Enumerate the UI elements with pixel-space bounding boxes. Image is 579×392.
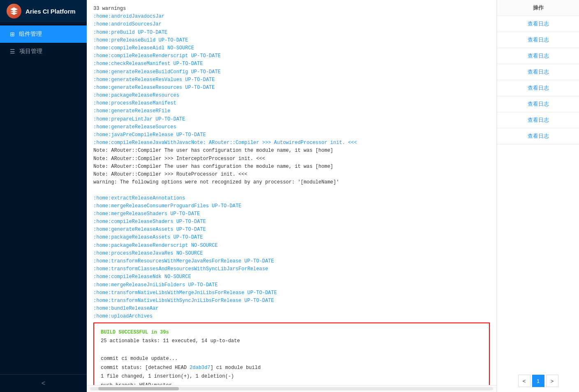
log-line: :home:preReleaseBuild UP-TO-DATE bbox=[93, 37, 490, 44]
log-line: :home:androidJavadocsJar bbox=[93, 13, 490, 21]
sidebar-nav: ⊞ 组件管理 ☰ 项目管理 bbox=[0, 22, 87, 374]
log-line: :home:generateReleaseRFile bbox=[93, 107, 490, 115]
log-line: Note: ARouter::Compiler The user has con… bbox=[93, 147, 490, 155]
pagination: < 1 > bbox=[497, 370, 579, 392]
log-line: warning: The following options were not … bbox=[93, 179, 490, 186]
log-line: :home:generateReleaseResValues UP-TO-DAT… bbox=[93, 76, 490, 84]
sidebar-collapse-button[interactable]: < bbox=[0, 374, 87, 392]
sidebar-item-component-mgmt[interactable]: ⊞ 组件管理 bbox=[0, 26, 87, 43]
log-line: :home:generateReleaseAssets UP-TO-DATE bbox=[93, 226, 490, 234]
action-item-2[interactable]: 查看日志 bbox=[497, 32, 579, 48]
build-success-line3 bbox=[101, 346, 482, 355]
build-success-text: BUILD SUCCESSFUL in 39s bbox=[101, 329, 169, 335]
sidebar-header: Aries CI Platform bbox=[0, 0, 87, 22]
action-column-header: 操作 bbox=[497, 0, 579, 16]
sidebar: Aries CI Platform ⊞ 组件管理 ☰ 项目管理 < bbox=[0, 0, 87, 392]
log-line: :home:generateReleaseBuildConfig UP-TO-D… bbox=[93, 68, 490, 76]
log-line: :home:extractReleaseAnnotations bbox=[93, 195, 490, 202]
log-line: :home:prepareLintJar UP-TO-DATE bbox=[93, 116, 490, 123]
console-output[interactable]: 33 warnings :home:androidJavadocsJar :ho… bbox=[87, 0, 496, 385]
log-line: :home:compileReleaseRenderscript UP-TO-D… bbox=[93, 52, 490, 60]
sidebar-item-label-project: 项目管理 bbox=[19, 48, 42, 55]
build-success-line1: BUILD SUCCESSFUL in 39s bbox=[101, 328, 482, 337]
build-success-line6: 1 file changed, 1 insertion(+), 1 deleti… bbox=[101, 372, 482, 381]
log-line: :home:androidSourcesJar bbox=[93, 21, 490, 28]
log-line: :home:mergeReleaseConsumerProguardFiles … bbox=[93, 202, 490, 210]
log-line: :home:javaPreCompileRelease UP-TO-DATE bbox=[93, 131, 490, 139]
horizontal-scrollbar-area bbox=[87, 385, 496, 392]
log-line: :home:mergeReleaseJniLibFolders UP-TO-DA… bbox=[93, 281, 490, 289]
action-item-5[interactable]: 查看日志 bbox=[497, 80, 579, 96]
log-line: :home:compileReleaseShaders UP-TO-DATE bbox=[93, 218, 490, 226]
component-icon: ⊞ bbox=[10, 31, 15, 37]
log-line: :home:generateReleaseResources UP-TO-DAT… bbox=[93, 84, 490, 92]
log-line: :home:packageReleaseRenderscript NO-SOUR… bbox=[93, 242, 490, 250]
app-logo bbox=[7, 4, 21, 19]
log-line: :home:uploadArchives bbox=[93, 313, 490, 320]
build-success-line7: push branch: HEAD:master bbox=[101, 381, 482, 385]
log-line bbox=[93, 186, 490, 194]
log-line: Note: ARouter::Compiler >>> InterceptorP… bbox=[93, 155, 490, 163]
action-item-6[interactable]: 查看日志 bbox=[497, 96, 579, 112]
log-line: Note: ARouter::Compiler >>> RouteProcess… bbox=[93, 171, 490, 179]
log-line: :home:transformClassesAndResourcesWithSy… bbox=[93, 265, 490, 273]
log-line: Note: ARouter::Compiler The user has con… bbox=[93, 163, 490, 171]
right-column: 操作 查看日志 查看日志 查看日志 查看日志 查看日志 查看日志 查看日志 查看… bbox=[497, 0, 579, 392]
log-line: :home:packageReleaseResources bbox=[93, 92, 490, 100]
action-item-1[interactable]: 查看日志 bbox=[497, 16, 579, 32]
horizontal-scrollbar[interactable] bbox=[90, 387, 493, 390]
log-line: :home:transformResourcesWithMergeJavaRes… bbox=[93, 257, 490, 265]
log-line: :home:packageReleaseAssets UP-TO-DATE bbox=[93, 234, 490, 241]
log-line: :home:bundleReleaseAar bbox=[93, 305, 490, 313]
pagination-page1[interactable]: 1 bbox=[532, 375, 544, 387]
build-success-line5: commit status: [detached HEAD 2dab3d7] c… bbox=[101, 364, 482, 373]
log-line: 33 warnings bbox=[93, 5, 490, 13]
log-line: :home:transformNativeLibsWithSyncJniLibs… bbox=[93, 297, 490, 305]
app-title: Aries CI Platform bbox=[25, 8, 76, 15]
log-line: :home:checkReleaseManifest UP-TO-DATE bbox=[93, 60, 490, 68]
build-success-line4: commit ci module update... bbox=[101, 355, 482, 364]
action-item-8[interactable]: 查看日志 bbox=[497, 128, 579, 144]
log-panel: 33 warnings :home:androidJavadocsJar :ho… bbox=[87, 0, 497, 392]
action-item-7[interactable]: 查看日志 bbox=[497, 112, 579, 128]
build-success-line2: 25 actionable tasks: 11 executed, 14 up-… bbox=[101, 337, 482, 346]
log-line: :home:generateReleaseSources bbox=[93, 123, 490, 131]
action-item-4[interactable]: 查看日志 bbox=[497, 64, 579, 80]
pagination-prev[interactable]: < bbox=[518, 375, 530, 387]
sidebar-item-label-component: 组件管理 bbox=[19, 30, 42, 38]
sidebar-item-project-mgmt[interactable]: ☰ 项目管理 bbox=[0, 43, 87, 60]
log-line: :home:processReleaseJavaRes NO-SOURCE bbox=[93, 250, 490, 257]
log-line: :home:transformNativeLibsWithMergeJniLib… bbox=[93, 289, 490, 297]
action-item-3[interactable]: 查看日志 bbox=[497, 48, 579, 64]
pagination-next[interactable]: > bbox=[546, 375, 558, 387]
scrollbar-thumb[interactable] bbox=[98, 387, 179, 390]
log-line: :home:preBuild UP-TO-DATE bbox=[93, 29, 490, 37]
log-line: :home:compileReleaseJavaWithJavacNote: A… bbox=[93, 139, 490, 147]
log-line: :home:mergeReleaseShaders UP-TO-DATE bbox=[93, 210, 490, 218]
log-line: :home:processReleaseManifest bbox=[93, 100, 490, 107]
log-line: :home:compileReleaseAidl NO-SOURCE bbox=[93, 44, 490, 52]
project-icon: ☰ bbox=[10, 48, 15, 55]
build-success-block: BUILD SUCCESSFUL in 39s 25 actionable ta… bbox=[93, 322, 490, 385]
content-area: 33 warnings :home:androidJavadocsJar :ho… bbox=[87, 0, 579, 392]
log-line: :home:compileReleaseNdk NO-SOURCE bbox=[93, 273, 490, 281]
